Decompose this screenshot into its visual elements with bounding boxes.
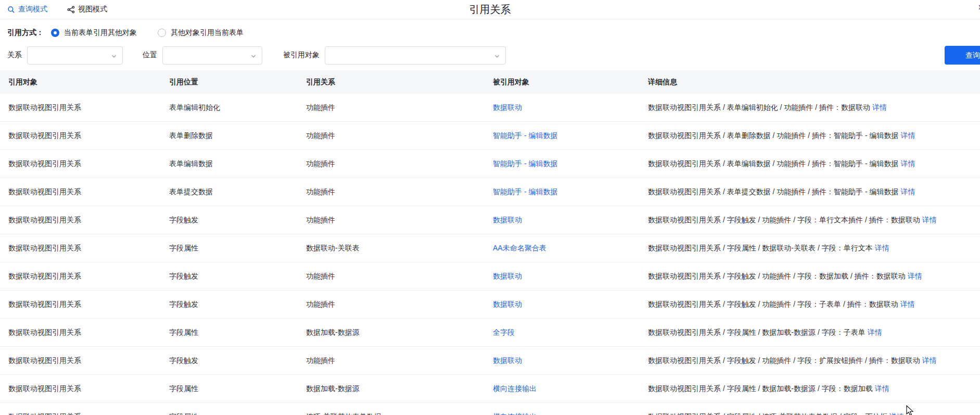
detail-link[interactable]: 详情 [908,272,922,280]
col-header-detail-info: 详细信息 [648,78,980,87]
detail-info-cell: 数据联动视图引用关系 / 表单编辑初始化 / 功能插件 / 插件：数据联动详情 [648,103,980,112]
referenced-object-cell: 智能助手 - 编辑数据 [493,131,648,141]
reference-mode-radio-group: 引用方式： 当前表单引用其他对象 其他对象引用当前表单 [7,28,973,38]
ref-relation-cell: 功能插件 [306,103,493,112]
referenced-object-link[interactable]: 数据联动 [493,272,522,280]
detail-link[interactable]: 详情 [875,244,889,252]
query-mode-label: 查询模式 [18,5,47,14]
referenced-object-link[interactable]: AA未命名聚合表 [493,244,546,252]
table-row: 数据联动视图引用关系字段属性数据加载-数据源全字段数据联动视图引用关系 / 字段… [0,319,980,347]
referenced-object-cell: AA未命名聚合表 [493,244,648,253]
referenced-object-link[interactable]: 数据联动 [493,356,522,364]
referenced-object-cell: 数据联动 [493,216,648,225]
radio-selected-icon [51,29,59,37]
ref-object-cell: 数据联动视图引用关系 [8,300,169,309]
col-header-referenced-object: 被引用对象 [493,78,648,87]
ref-position-cell: 字段属性 [169,412,306,415]
radio-unselected-icon [158,29,166,37]
ref-object-cell: 数据联动视图引用关系 [8,356,169,366]
referenced-object-link[interactable]: 数据联动 [493,103,522,111]
query-mode-button[interactable]: 查询模式 [7,5,47,14]
detail-info-cell: 数据联动视图引用关系 / 字段属性 / 选项-关联其他表单数据 / 字段：下拉框… [648,412,980,415]
ref-relation-cell: 选项-关联其他表单数据 [306,412,493,415]
ref-position-cell: 字段属性 [169,384,306,394]
page-title: 引用关系 [0,3,980,17]
detail-link[interactable]: 详情 [889,412,904,415]
radio-others-ref-current-form[interactable]: 其他对象引用当前表单 [158,28,244,37]
col-header-ref-position: 引用位置 [169,78,306,87]
referenced-object-cell: 横向连接输出 [493,412,648,415]
ref-object-cell: 数据联动视图引用关系 [8,187,169,197]
table-row: 数据联动视图引用关系字段属性选项-关联其他表单数据横向连接输出数据联动视图引用关… [0,403,980,415]
table-row: 数据联动视图引用关系表单编辑初始化功能插件数据联动数据联动视图引用关系 / 表单… [0,94,980,122]
ref-position-cell: 字段触发 [169,300,306,309]
ref-relation-cell: 功能插件 [306,159,493,169]
detail-text: 数据联动视图引用关系 / 表单删除数据 / 功能插件 / 插件：智能助手 - 编… [648,131,898,140]
col-header-ref-relation: 引用关系 [306,78,493,87]
referenced-object-link[interactable]: 数据联动 [493,300,522,308]
detail-link[interactable]: 详情 [922,356,937,364]
position-filter-label: 位置 [143,51,157,60]
referenced-object-link[interactable]: 智能助手 - 编辑数据 [493,187,557,196]
detail-link[interactable]: 详情 [900,300,915,308]
filter-row: 关系 位置 被引用对象 查询 [7,46,973,65]
table-row: 数据联动视图引用关系字段属性数据加载-数据源横向连接输出数据联动视图引用关系 /… [0,375,980,403]
detail-link[interactable]: 详情 [868,328,882,336]
referenced-object-link[interactable]: 全字段 [493,328,515,336]
referenced-object-link[interactable]: 数据联动 [493,216,522,224]
ref-relation-cell: 数据加载-数据源 [306,328,493,337]
search-button[interactable]: 查询 [945,46,980,65]
radio-label: 其他对象引用当前表单 [171,28,244,37]
detail-link[interactable]: 详情 [900,187,915,196]
ref-object-cell: 数据联动视图引用关系 [8,384,169,394]
ref-position-cell: 字段触发 [169,272,306,281]
detail-link[interactable]: 详情 [900,131,915,140]
detail-text: 数据联动视图引用关系 / 字段属性 / 数据加载-数据源 / 字段：子表单 [648,328,866,336]
ref-relation-cell: 功能插件 [306,356,493,366]
ref-position-cell: 表单删除数据 [169,131,306,141]
ref-position-cell: 字段属性 [169,244,306,253]
top-bar: 查询模式 视图模式 引用关系 › [0,0,980,19]
table-row: 数据联动视图引用关系字段触发功能插件数据联动数据联动视图引用关系 / 字段触发 … [0,262,980,291]
referenced-object-cell: 横向连接输出 [493,384,648,394]
relation-select[interactable] [27,46,123,65]
ref-position-cell: 字段触发 [169,356,306,366]
detail-text: 数据联动视图引用关系 / 字段属性 / 数据加载-数据源 / 字段：数据加载 [648,384,873,393]
referenced-object-filter-label: 被引用对象 [283,51,320,60]
detail-link[interactable]: 详情 [922,216,937,224]
detail-text: 数据联动视图引用关系 / 表单编辑初始化 / 功能插件 / 插件：数据联动 [648,103,870,111]
reference-table: 引用对象 引用位置 引用关系 被引用对象 详细信息 数据联动视图引用关系表单编辑… [0,70,980,415]
position-select[interactable] [162,46,262,65]
referenced-object-link[interactable]: 横向连接输出 [493,384,537,393]
chevron-down-icon [494,53,500,61]
detail-link[interactable]: 详情 [872,103,887,111]
detail-text: 数据联动视图引用关系 / 字段触发 / 功能插件 / 字段：单行文本插件 / 插… [648,216,920,224]
table-row: 数据联动视图引用关系表单删除数据功能插件智能助手 - 编辑数据数据联动视图引用关… [0,122,980,150]
ref-object-cell: 数据联动视图引用关系 [8,328,169,337]
query-area: 引用方式： 当前表单引用其他对象 其他对象引用当前表单 关系 位置 被引用对象 [0,19,980,65]
referenced-object-link[interactable]: 横向连接输出 [493,412,537,415]
ref-position-cell: 字段触发 [169,216,306,225]
detail-info-cell: 数据联动视图引用关系 / 字段属性 / 数据加载-数据源 / 字段：数据加载详情 [648,384,980,394]
referenced-object-select[interactable] [325,46,506,65]
detail-info-cell: 数据联动视图引用关系 / 表单编辑数据 / 功能插件 / 插件：智能助手 - 编… [648,159,980,169]
ref-relation-cell: 功能插件 [306,300,493,309]
detail-info-cell: 数据联动视图引用关系 / 字段触发 / 功能插件 / 字段：单行文本插件 / 插… [648,216,980,225]
view-mode-button[interactable]: 视图模式 [67,5,107,14]
ref-position-cell: 表单编辑初始化 [169,103,306,112]
ref-relation-cell: 功能插件 [306,216,493,225]
referenced-object-cell: 全字段 [493,328,648,337]
detail-link[interactable]: 详情 [875,384,889,393]
referenced-object-link[interactable]: 智能助手 - 编辑数据 [493,159,557,168]
referenced-object-link[interactable]: 智能助手 - 编辑数据 [493,131,557,140]
search-icon [7,6,15,14]
ref-position-cell: 表单编辑数据 [169,159,306,169]
detail-link[interactable]: 详情 [900,159,915,168]
table-row: 数据联动视图引用关系表单提交数据功能插件智能助手 - 编辑数据数据联动视图引用关… [0,178,980,206]
detail-text: 数据联动视图引用关系 / 表单提交数据 / 功能插件 / 插件：智能助手 - 编… [648,187,898,196]
ref-position-cell: 字段属性 [169,328,306,337]
ref-object-cell: 数据联动视图引用关系 [8,131,169,141]
radio-current-form-refs-others[interactable]: 当前表单引用其他对象 [51,28,137,37]
detail-info-cell: 数据联动视图引用关系 / 字段属性 / 数据联动-关联表 / 字段：单行文本详情 [648,244,980,253]
detail-text: 数据联动视图引用关系 / 字段触发 / 功能插件 / 字段：扩展按钮插件 / 插… [648,356,920,364]
